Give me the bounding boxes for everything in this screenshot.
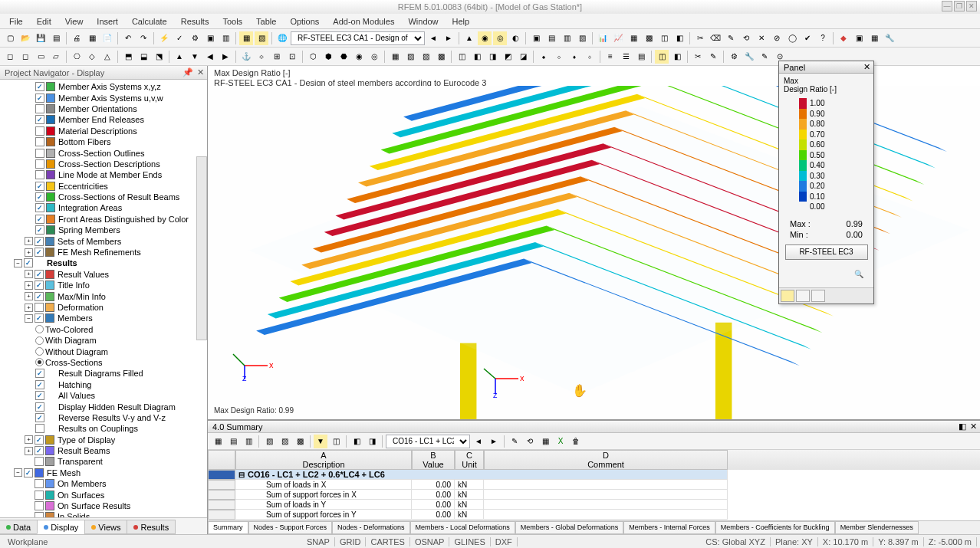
table-row[interactable]: Sum of loads in X0.00kN [208, 480, 980, 490]
tool-i2-icon[interactable]: ⬦ [552, 50, 566, 64]
edit-5-icon[interactable]: ✕ [755, 31, 768, 45]
tool-a4-icon[interactable]: ▱ [49, 50, 63, 64]
view-1-icon[interactable]: ▣ [529, 31, 543, 45]
nav-tab-display[interactable]: Display [37, 520, 85, 534]
tool-e2-icon[interactable]: ⟐ [255, 50, 268, 64]
tool-f1-icon[interactable]: ⬡ [306, 50, 320, 64]
settings-icon[interactable]: ⚙ [188, 31, 202, 45]
status-toggle-glines[interactable]: GLINES [449, 537, 490, 546]
summary-tab[interactable]: Members - Global Deformations [515, 521, 624, 534]
tree-item[interactable]: Cross-Sections of Result Beams [0, 192, 207, 202]
tree-item[interactable]: Eccentricities [0, 181, 207, 192]
tool-b2-icon[interactable]: ◇ [85, 50, 99, 64]
tree-item[interactable]: Result Diagrams Filled [0, 368, 207, 379]
panel-tab-3[interactable] [811, 290, 825, 302]
tree-item[interactable]: Cross-Section Outlines [0, 147, 207, 158]
chart-2-icon[interactable]: 📈 [611, 31, 625, 45]
edit-3-icon[interactable]: ✎ [724, 31, 738, 45]
tool-l1-icon[interactable]: ✂ [691, 50, 705, 64]
tool-a2-icon[interactable]: ◻ [18, 50, 32, 64]
tool-d1-icon[interactable]: ▲ [173, 50, 186, 64]
chart-1-icon[interactable]: 📊 [596, 31, 610, 45]
print-icon[interactable]: 🖨 [70, 31, 84, 45]
status-toggle-osnap[interactable]: OSNAP [410, 537, 450, 546]
tool-f4-icon[interactable]: ◉ [352, 50, 366, 64]
tree-item[interactable]: +Result Values [0, 269, 207, 280]
tree-item[interactable]: Display Hidden Result Diagram [0, 401, 207, 412]
globe-icon[interactable]: 🌐 [275, 31, 289, 45]
view-4-icon[interactable]: ▧ [575, 31, 589, 45]
tool-i1-icon[interactable]: ⬥ [537, 50, 551, 64]
results-2-icon[interactable]: ◉ [478, 31, 492, 45]
save-icon[interactable]: 💾 [34, 31, 48, 45]
tree-item[interactable]: +Sets of Members [0, 235, 207, 246]
tree-item[interactable]: Reverse Results V-y and V-z [0, 412, 207, 423]
tree-item[interactable]: Member End Releases [0, 114, 207, 125]
tree-item[interactable]: +FE Mesh Refinements [0, 247, 207, 258]
tree-item[interactable]: On Surfaces [0, 489, 207, 500]
chart-6-icon[interactable]: ◧ [673, 31, 686, 45]
summary-pin-icon[interactable]: ◧ [959, 422, 966, 432]
tree-item[interactable]: +Title Info [0, 280, 207, 290]
undo-icon[interactable]: ↶ [121, 31, 135, 45]
edit-7-icon[interactable]: ◯ [785, 31, 799, 45]
summary-tab[interactable]: Nodes - Support Forces [248, 521, 333, 534]
module-4-icon[interactable]: 🔧 [883, 31, 896, 45]
navigator-tree[interactable]: Member Axis Systems x,y,zMember Axis Sys… [0, 80, 207, 517]
table-row[interactable]: Sum of loads in Y0.00kN [208, 500, 980, 510]
sumtb-delete-icon[interactable]: 🗑 [569, 435, 583, 448]
tool-j1-icon[interactable]: ≡ [603, 50, 617, 64]
tree-item[interactable]: +Max/Min Info [0, 290, 207, 301]
tree-item[interactable]: −Members [0, 313, 207, 323]
nav-tab-data[interactable]: Data [0, 520, 38, 534]
tool-f3-icon[interactable]: ⬣ [337, 50, 350, 64]
tree-item[interactable]: With Diagram [0, 335, 207, 346]
view-2-icon[interactable]: ▤ [544, 31, 558, 45]
sumtb-5-icon[interactable]: ▨ [278, 435, 291, 448]
tool-k2-icon[interactable]: ◧ [670, 50, 684, 64]
summary-tab[interactable]: Members - Coefficients for Buckling [715, 521, 835, 534]
redo-icon[interactable]: ↷ [136, 31, 150, 45]
summary-tab[interactable]: Nodes - Deformations [332, 521, 410, 534]
menu-tools[interactable]: Tools [216, 15, 248, 28]
summary-tab[interactable]: Member Slendernesses [835, 521, 919, 534]
tree-item[interactable]: On Surface Results [0, 500, 207, 511]
tree-item[interactable]: Transparent [0, 456, 207, 467]
check-icon[interactable]: ✓ [173, 31, 186, 45]
tree-item[interactable]: +Type of Display [0, 435, 207, 445]
tool-c3-icon[interactable]: ⬔ [152, 50, 166, 64]
print-preview-icon[interactable]: ▦ [85, 31, 99, 45]
tool-d2-icon[interactable]: ▼ [188, 50, 202, 64]
edit-1-icon[interactable]: ✂ [693, 31, 707, 45]
tree-item[interactable]: Member Axis Systems x,y,z [0, 81, 207, 92]
status-toggle-cartes[interactable]: CARTES [366, 537, 409, 546]
next-lc-icon[interactable]: ► [442, 31, 455, 45]
tool-h3-icon[interactable]: ◨ [485, 50, 499, 64]
tree-item[interactable]: Spring Members [0, 225, 207, 235]
chart-3-icon[interactable]: ▦ [626, 31, 640, 45]
table-row[interactable]: Sum of support forces in Y0.00kN [208, 510, 980, 520]
sumtb-excel-icon[interactable]: X [554, 435, 567, 448]
results-4-icon[interactable]: ◐ [508, 31, 522, 45]
table-group-row[interactable]: ⊟ CO16 - LC1 + LC2 + 0.6*LC4 + LC6 [208, 470, 980, 480]
maximize-button[interactable]: ❐ [954, 1, 965, 11]
tree-item[interactable]: Results on Couplings [0, 423, 207, 434]
module-3-icon[interactable]: ▦ [867, 31, 881, 45]
tool-g2-icon[interactable]: ▧ [403, 50, 417, 64]
tree-item[interactable]: Hatching [0, 379, 207, 390]
sumtb-next-icon[interactable]: ► [487, 435, 501, 448]
report-icon[interactable]: 📄 [100, 31, 114, 45]
menu-help[interactable]: Help [446, 15, 476, 28]
menu-view[interactable]: View [59, 15, 90, 28]
menu-window[interactable]: Window [402, 15, 444, 28]
navigator-close-icon[interactable]: ✕ [197, 67, 204, 77]
tool-a1-icon[interactable]: ◻ [3, 50, 17, 64]
menu-file[interactable]: File [3, 15, 29, 28]
results-1-icon[interactable]: ▲ [462, 31, 476, 45]
tree-item[interactable]: Material Descriptions [0, 126, 207, 136]
prev-lc-icon[interactable]: ◄ [426, 31, 440, 45]
tool-d3-icon[interactable]: ◀ [203, 50, 217, 64]
panel-close-icon[interactable]: ✕ [863, 62, 870, 72]
edit-4-icon[interactable]: ⟲ [739, 31, 753, 45]
tree-item[interactable]: On Members [0, 478, 207, 489]
